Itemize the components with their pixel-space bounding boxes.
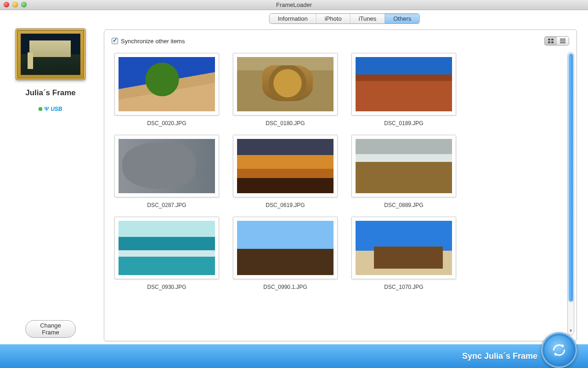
connection-status: Ψ USB	[39, 106, 62, 112]
photo-filename: DSC_0287.JPG	[114, 197, 219, 210]
photo-thumbnail	[356, 57, 452, 111]
photo-thumbnail	[119, 57, 215, 111]
photo-item[interactable]: DSC_0189.JPG	[351, 53, 456, 128]
photo-grid: DSC_0020.JPG DSC_0180.JPG DSC_0189.JPG D…	[112, 50, 575, 301]
tab-others[interactable]: Others	[385, 14, 419, 23]
zoom-icon[interactable]	[21, 2, 27, 7]
photo-item[interactable]: DSC_0930.JPG	[114, 217, 219, 292]
photo-item[interactable]: DSC_0287.JPG	[114, 135, 219, 210]
photo-filename: DSC_0189.JPG	[351, 115, 456, 128]
photo-filename: DSC_1070.JPG	[351, 279, 456, 292]
sidebar: Julia´s Frame Ψ USB Change Frame	[0, 10, 101, 344]
status-dot-icon	[39, 107, 42, 111]
scrollbar-thumb[interactable]	[568, 53, 573, 302]
sync-label: Sync Julia´s Frame	[462, 344, 537, 368]
view-mode-toggle	[544, 36, 569, 46]
vertical-scrollbar[interactable]: ▼	[567, 52, 574, 335]
sync-items-checkbox[interactable]: Synchronize other items	[112, 38, 185, 45]
photo-thumbnail	[237, 57, 334, 111]
tab-itunes[interactable]: iTunes	[351, 14, 385, 23]
photo-filename: DSC_0180.JPG	[233, 115, 338, 128]
photo-thumbnail	[356, 139, 452, 193]
usb-icon: Ψ	[44, 106, 49, 112]
photo-thumbnail	[356, 221, 452, 275]
photo-item[interactable]: DSC_0889.JPG	[351, 135, 456, 210]
frame-name: Julia´s Frame	[0, 88, 101, 98]
photo-thumbnail	[237, 139, 334, 193]
change-frame-button[interactable]: Change Frame	[25, 320, 76, 338]
window-titlebar: FrameLoader	[0, 0, 588, 10]
photo-item[interactable]: DSC_0020.JPG	[114, 53, 219, 128]
photo-filename: DSC_0990.1.JPG	[233, 279, 338, 292]
tab-information[interactable]: Information	[270, 14, 317, 23]
photo-filename: DSC_0930.JPG	[114, 279, 219, 292]
close-icon[interactable]	[4, 2, 9, 7]
grid-view-button[interactable]	[545, 37, 557, 45]
minimize-icon[interactable]	[12, 2, 18, 7]
window-title: FrameLoader	[276, 1, 312, 8]
sync-items-label: Synchronize other items	[121, 38, 185, 45]
sync-icon	[550, 341, 568, 359]
list-view-button[interactable]	[557, 37, 569, 45]
photo-filename: DSC_0619.JPG	[233, 197, 338, 210]
photo-filename: DSC_0020.JPG	[114, 115, 219, 128]
checkbox-icon	[112, 38, 118, 44]
photo-item[interactable]: DSC_0180.JPG	[233, 53, 338, 128]
photo-item[interactable]: DSC_0619.JPG	[233, 135, 338, 210]
frame-preview	[16, 29, 85, 80]
window-controls	[4, 2, 27, 7]
tab-iphoto[interactable]: iPhoto	[317, 14, 351, 23]
photo-filename: DSC_0889.JPG	[351, 197, 456, 210]
sync-button[interactable]	[541, 332, 577, 368]
photo-thumbnail	[119, 139, 215, 193]
photo-item[interactable]: DSC_1070.JPG	[351, 217, 456, 292]
scroll-down-icon[interactable]: ▼	[568, 327, 574, 334]
photo-item[interactable]: DSC_0990.1.JPG	[233, 217, 338, 292]
photo-thumbnail	[119, 221, 215, 275]
connection-label: USB	[51, 106, 62, 112]
tab-bar: Information iPhoto iTunes Others	[269, 13, 420, 24]
bottom-bar: Sync Julia´s Frame	[0, 344, 588, 368]
photo-thumbnail	[237, 221, 334, 275]
content-panel: Synchronize other items DSC_0020.JPG DSC…	[104, 29, 577, 341]
